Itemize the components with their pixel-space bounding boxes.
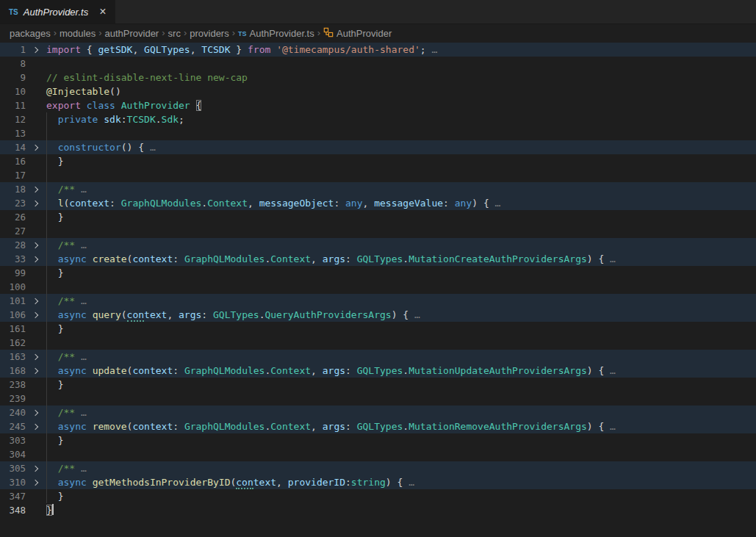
code-text: private sdk:TCSDK.Sdk; [46,112,756,126]
fold-chevron-icon[interactable] [26,238,46,252]
code-line[interactable]: 162 [0,336,756,350]
line-number: 168 [0,364,26,378]
gutter-space [26,266,46,280]
gutter-space [26,168,46,182]
text-cursor [52,504,54,515]
fold-chevron-icon[interactable] [26,294,46,308]
code-line[interactable]: 11export class AuthProvider { [0,98,756,112]
fold-chevron-icon[interactable] [26,252,46,266]
line-number: 14 [0,140,26,154]
code-text: l(context: GraphQLModules.Context, messa… [46,196,756,210]
code-line[interactable]: 14 constructor() { … [0,140,756,154]
code-line[interactable]: 18 /** … [0,182,756,196]
line-number: 10 [0,84,26,98]
code-line[interactable]: 17 [0,168,756,182]
code-line[interactable]: 348} [0,503,756,517]
class-symbol-icon [323,27,334,40]
gutter-space [26,84,46,98]
breadcrumb-item-packages[interactable]: packages [10,28,51,39]
tab-title: AuthProvider.ts [24,7,88,18]
code-line[interactable]: 240 /** … [0,406,756,419]
code-line[interactable]: 28 /** … [0,238,756,252]
fold-chevron-icon[interactable] [26,182,46,196]
code-text: @Injectable() [46,84,756,98]
code-line[interactable]: 303 } [0,433,756,447]
code-line[interactable]: 239 [0,392,756,406]
breadcrumb-label: providers [190,28,228,39]
line-number: 33 [0,252,26,266]
line-number: 16 [0,154,26,168]
line-number: 305 [0,461,26,475]
line-number: 245 [0,419,26,433]
code-line[interactable]: 33 async create(context: GraphQLModules.… [0,252,756,266]
code-text: } [46,489,756,503]
code-line[interactable]: 304 [0,447,756,461]
code-line[interactable]: 310 async getMethodsInProviderByID(conte… [0,475,756,489]
chevron-right-icon: › [162,27,165,38]
fold-chevron-icon[interactable] [26,461,46,475]
code-line[interactable]: 161 } [0,322,756,336]
fold-chevron-icon[interactable] [26,475,46,489]
fold-chevron-icon[interactable] [26,364,46,378]
code-line[interactable]: 347 } [0,489,756,503]
close-icon[interactable]: × [99,6,106,18]
line-number: 101 [0,294,26,308]
fold-chevron-icon[interactable] [26,350,46,364]
code-line[interactable]: 163 /** … [0,350,756,364]
code-line[interactable]: 99 } [0,266,756,280]
code-text: async remove(context: GraphQLModules.Con… [46,419,756,433]
breadcrumb-item-authprovider-ts[interactable]: TSAuthProvider.ts [238,28,314,39]
line-number: 238 [0,378,26,392]
code-line[interactable]: 13 [0,126,756,140]
code-line[interactable]: 10@Injectable() [0,84,756,98]
code-line[interactable]: 9// eslint-disable-next-line new-cap [0,71,756,84]
chevron-right-icon: › [54,27,57,38]
line-number: 239 [0,392,26,406]
breadcrumb-label: AuthProvider.ts [250,28,314,39]
fold-chevron-icon[interactable] [26,406,46,419]
fold-chevron-icon[interactable] [26,196,46,210]
code-line[interactable]: 1import { getSDK, GQLTypes, TCSDK } from… [0,43,756,57]
gutter-space [26,433,46,447]
code-text: /** … [46,350,756,364]
code-line[interactable]: 100 [0,280,756,294]
breadcrumb-item-authprovider[interactable]: authProvider [104,28,159,39]
code-line[interactable]: 27 [0,224,756,238]
code-line[interactable]: 12 private sdk:TCSDK.Sdk; [0,112,756,126]
code-line[interactable]: 8 [0,57,756,71]
code-text: } [46,378,756,392]
fold-chevron-icon[interactable] [26,419,46,433]
code-line[interactable]: 16 } [0,154,756,168]
code-line[interactable]: 245 async remove(context: GraphQLModules… [0,419,756,433]
code-text [46,392,756,406]
code-text: /** … [46,406,756,419]
fold-chevron-icon[interactable] [26,140,46,154]
code-line[interactable]: 305 /** … [0,461,756,475]
breadcrumb-item-providers[interactable]: providers [190,28,228,39]
fold-chevron-icon[interactable] [26,43,46,57]
line-number: 8 [0,57,26,71]
gutter-space [26,280,46,294]
code-text: } [46,266,756,280]
code-text: export class AuthProvider { [46,98,756,112]
breadcrumb-item-authprovider[interactable]: AuthProvider [323,27,392,40]
chevron-right-icon: › [184,27,187,38]
fold-chevron-icon[interactable] [26,308,46,322]
gutter-space [26,71,46,84]
breadcrumb-item-modules[interactable]: modules [60,28,96,39]
gutter-space [26,392,46,406]
line-number: 310 [0,475,26,489]
tab-authprovider[interactable]: TS AuthProvider.ts × [0,0,115,24]
code-line[interactable]: 238 } [0,378,756,392]
gutter-space [26,98,46,112]
code-line[interactable]: 23 l(context: GraphQLModules.Context, me… [0,196,756,210]
line-number: 100 [0,280,26,294]
code-line[interactable]: 106 async query(context, args: GQLTypes.… [0,308,756,322]
code-text: async create(context: GraphQLModules.Con… [46,252,756,266]
breadcrumb-item-src[interactable]: src [168,28,181,39]
line-number: 28 [0,238,26,252]
code-line[interactable]: 168 async update(context: GraphQLModules… [0,364,756,378]
gutter-space [26,126,46,140]
code-line[interactable]: 26 } [0,210,756,224]
code-line[interactable]: 101 /** … [0,294,756,308]
